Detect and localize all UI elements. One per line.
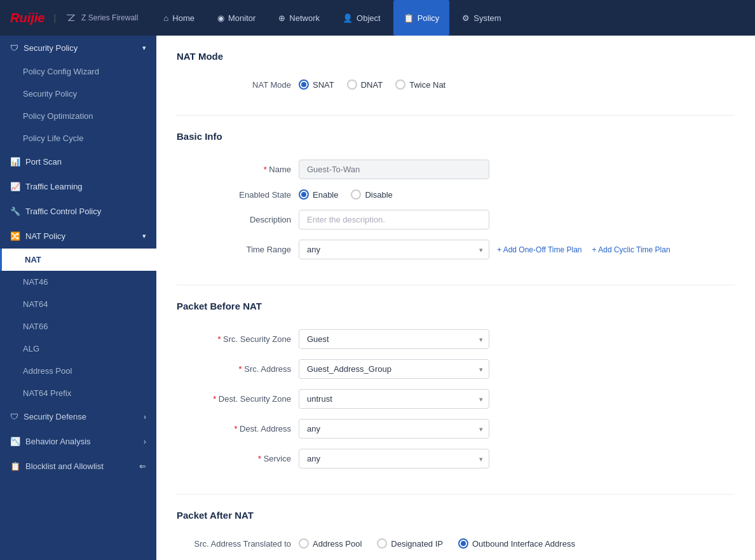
traffic-learning-icon: 📈 [10,182,20,191]
dest-security-zone-select-wrap: untrust ▾ [299,389,489,409]
dest-security-zone-select[interactable]: untrust [299,389,489,409]
description-input[interactable] [299,210,489,229]
enabled-state-radio-group: Enable Disable [299,189,393,200]
object-icon: 👤 [343,13,353,23]
src-address-select[interactable]: Guest_Address_Group [299,359,489,379]
security-defense-icon: 🛡 [10,412,18,421]
sidebar-item-security-policy[interactable]: Security Policy [0,83,156,105]
radio-enable-circle [299,189,309,200]
packet-after-nat-title: Packet After NAT [177,510,735,526]
src-security-zone-select-wrap: Guest ▾ [299,329,489,349]
src-security-zone-row: * Src. Security Zone Guest ▾ [177,329,735,349]
sidebar-item-security-defense[interactable]: 🛡 Security Defense › [0,404,156,429]
radio-enable[interactable]: Enable [299,189,338,200]
dest-address-row: * Dest. Address any ▾ [177,419,735,439]
radio-address-pool-circle [299,538,309,549]
translated-radio-group: Address Pool Designated IP Outbound Inte… [299,538,575,549]
sidebar-item-behavior-analysis[interactable]: 📉 Behavior Analysis › [0,429,156,454]
nat-policy-icon: 🔀 [10,231,20,241]
radio-dnat[interactable]: DNAT [347,79,383,90]
nav-home[interactable]: ⌂ Home [153,0,205,36]
radio-twice-nat[interactable]: Twice Nat [395,79,446,90]
sidebar-item-traffic-learning[interactable]: 📈 Traffic Learning [0,174,156,199]
packet-before-nat-title: Packet Before NAT [177,301,735,317]
time-plan-links: + Add One-Off Time Plan + Add Cyclic Tim… [497,245,670,254]
nat-mode-section: NAT Mode NAT Mode SNAT DNAT Twice Nat [177,51,735,116]
monitor-icon: ◉ [217,13,224,23]
chevron-right-icon-defense: › [144,412,146,421]
nav-monitor[interactable]: ◉ Monitor [207,0,266,36]
name-row: * Name [177,160,735,179]
nav-network[interactable]: ⊕ Network [268,0,330,36]
nav-object[interactable]: 👤 Object [332,0,391,36]
nav-system[interactable]: ⚙ System [452,0,511,36]
radio-designated-ip-circle [377,538,387,549]
dest-security-zone-row: * Dest. Security Zone untrust ▾ [177,389,735,409]
sidebar-item-blocklist-allowlist[interactable]: 📋 Blocklist and Allowlist ⇐ [0,454,156,479]
dest-address-select-wrap: any ▾ [299,419,489,439]
description-row: Description [177,210,735,229]
add-one-off-link[interactable]: + Add One-Off Time Plan [497,245,582,254]
radio-outbound-interface[interactable]: Outbound Interface Address [458,538,575,549]
service-select-wrap: any ▾ [299,449,489,468]
chevron-right-icon-behavior: › [144,437,146,446]
service-label: * Service [177,454,291,463]
radio-address-pool[interactable]: Address Pool [299,538,362,549]
blocklist-icon: 📋 [10,461,20,471]
radio-disable-circle [351,189,361,200]
enabled-state-label: Enabled State [177,190,291,200]
sidebar-item-policy-config-wizard[interactable]: Policy Config Wizard [0,60,156,83]
sidebar-item-nat64-prefix[interactable]: NAT64 Prefix [0,382,156,404]
sidebar-item-alg[interactable]: ALG [0,338,156,360]
nav-policy[interactable]: 📋 Policy [393,0,450,36]
chevron-down-icon-nat: ▾ [142,232,146,240]
logo-series: Z Series Firewall [81,13,138,22]
dest-address-select[interactable]: any [299,419,489,439]
z-series-icon [65,12,76,24]
sidebar-item-policy-life-cycle[interactable]: Policy Life Cycle [0,127,156,149]
radio-dnat-circle [347,79,357,90]
src-security-zone-select[interactable]: Guest [299,329,489,349]
service-select[interactable]: any [299,449,489,468]
system-icon: ⚙ [462,13,470,23]
sidebar-item-nat64[interactable]: NAT64 [0,293,156,315]
enabled-state-row: Enabled State Enable Disable [177,189,735,200]
content-area: NAT Mode NAT Mode SNAT DNAT Twice Nat [156,36,755,560]
src-addr-required-asterisk: * [239,364,242,374]
dest-address-label: * Dest. Address [177,424,291,434]
radio-snat-circle [299,79,309,90]
radio-designated-ip[interactable]: Designated IP [377,538,443,549]
add-cyclic-link[interactable]: + Add Cyclic Time Plan [592,245,670,254]
packet-after-nat-section: Packet After NAT Src. Address Translated… [177,510,735,560]
home-icon: ⌂ [163,13,168,23]
logo-brand: Ruijie [10,11,44,25]
nat-mode-title: NAT Mode [177,51,735,67]
basic-info-section: Basic Info * Name Enabled State Enable [177,131,735,285]
traffic-control-icon: 🔧 [10,207,20,216]
sidebar-item-port-scan[interactable]: 📊 Port Scan [0,149,156,174]
radio-snat[interactable]: SNAT [299,79,334,90]
time-range-label: Time Range [177,245,291,254]
sidebar-item-traffic-control-policy[interactable]: 🔧 Traffic Control Policy [0,199,156,224]
collapse-icon-blocklist: ⇐ [139,461,146,471]
time-range-select[interactable]: any [299,240,489,259]
name-input[interactable] [299,160,489,179]
dest-security-zone-label: * Dest. Security Zone [177,394,291,404]
radio-disable[interactable]: Disable [351,189,392,200]
name-required-asterisk: * [264,165,267,174]
dest-zone-required-asterisk: * [213,394,216,404]
sidebar-item-nat-policy[interactable]: 🔀 NAT Policy ▾ [0,224,156,249]
sidebar-item-nat46[interactable]: NAT46 [0,271,156,293]
radio-outbound-interface-circle [458,538,468,549]
sidebar-item-policy-optimization[interactable]: Policy Optimization [0,105,156,127]
port-scan-icon: 📊 [10,157,20,167]
top-navigation: Ruijie | Z Series Firewall ⌂ Home ◉ Moni… [0,0,755,36]
shield-icon: 🛡 [10,43,18,53]
sidebar-item-nat[interactable]: NAT [0,249,156,271]
src-security-zone-label: * Src. Security Zone [177,334,291,344]
sidebar-item-nat66[interactable]: NAT66 [0,315,156,338]
nav-items: ⌂ Home ◉ Monitor ⊕ Network 👤 Object 📋 Po… [153,0,745,36]
sidebar-item-address-pool[interactable]: Address Pool [0,360,156,382]
basic-info-title: Basic Info [177,131,735,147]
sidebar-item-security-policy-top[interactable]: 🛡 Security Policy ▾ [0,36,156,60]
